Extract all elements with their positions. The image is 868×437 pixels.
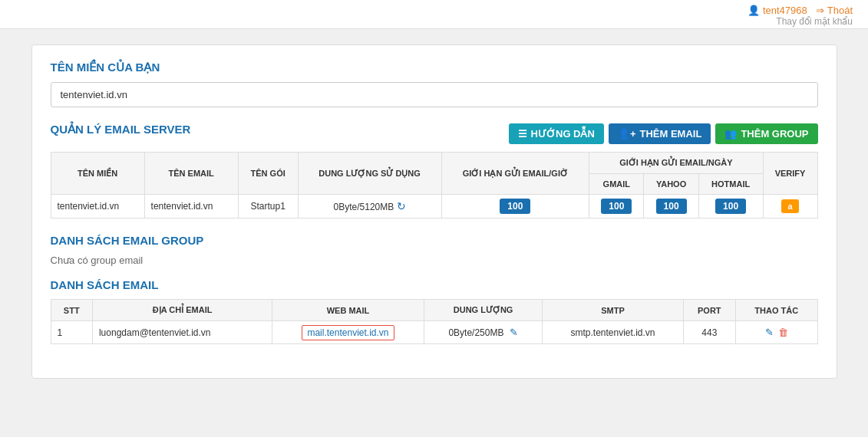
webmail-link[interactable]: mail.tentenviet.id.vn — [302, 325, 394, 340]
email-server-header: QUẢN LÝ EMAIL SERVER ☰ HƯỚNG DẪN 👤+ THÊM… — [51, 123, 818, 144]
action-buttons: ☰ HƯỚNG DẪN 👤+ THÊM EMAIL 👥 THÊM GROUP — [509, 123, 818, 144]
main-container: TÊN MIỀN CỦA BẠN tentenviet.id.vn QUẢN L… — [31, 44, 837, 379]
cell-dung-luong-email: 0Byte/250MB ✎ — [424, 321, 543, 344]
badge-hotmail: 100 — [715, 199, 746, 214]
add-group-button[interactable]: 👥 THÊM GROUP — [715, 123, 817, 144]
cell-ten-goi: Startup1 — [238, 195, 298, 219]
domain-value: tentenviet.id.vn — [51, 82, 818, 107]
col-gioi-han-ngay: GIỚI HẠN GỬI EMAIL/NGÀY — [589, 153, 763, 174]
guide-button[interactable]: ☰ HƯỚNG DẪN — [509, 123, 604, 144]
cell-web-mail: mail.tentenviet.id.vn — [272, 321, 424, 344]
add-group-button-label: THÊM GROUP — [741, 128, 808, 140]
email-list-row: 1 luongdam@tentenviet.id.vn mail.tentenv… — [51, 321, 817, 344]
col-port: PORT — [683, 300, 736, 321]
edit-storage-icon[interactable]: ✎ — [510, 327, 518, 338]
col-stt: STT — [51, 300, 92, 321]
col-ten-mien: TÊN MIỀN — [51, 153, 144, 195]
refresh-icon[interactable]: ↻ — [397, 200, 406, 212]
logout-link[interactable]: ⇒ Thoát — [816, 5, 853, 16]
email-server-table: TÊN MIỀN TÊN EMAIL TÊN GÓI DUNG LƯỢNG SỬ… — [51, 152, 818, 219]
col-yahoo: YAHOO — [644, 174, 698, 195]
cell-dia-chi-email: luongdam@tentenviet.id.vn — [92, 321, 272, 344]
cell-dung-luong: 0Byte/5120MB ↻ — [298, 195, 441, 219]
email-group-title: DANH SÁCH EMAIL GROUP — [51, 234, 818, 247]
col-hotmail: HOTMAIL — [698, 174, 763, 195]
cell-hotmail: 100 — [698, 195, 763, 219]
dung-luong-value: 0Byte/5120MB — [334, 202, 394, 212]
cell-thao-tac: ✎ 🗑 — [736, 321, 817, 344]
cell-port: 443 — [683, 321, 736, 344]
delete-icon[interactable]: 🗑 — [778, 327, 788, 338]
cell-stt: 1 — [51, 321, 92, 344]
col-dung-luong-list: DUNG LƯỢNG — [424, 300, 543, 321]
action-icons: ✎ 🗑 — [765, 327, 788, 338]
edit-icon[interactable]: ✎ — [765, 327, 774, 338]
table-row: tentenviet.id.vn tentenviet.id.vn Startu… — [51, 195, 817, 219]
badge-yahoo: 100 — [656, 199, 687, 214]
add-email-button[interactable]: 👤+ THÊM EMAIL — [609, 123, 711, 144]
cell-gmail: 100 — [589, 195, 644, 219]
col-dia-chi: ĐỊA CHỈ EMAIL — [92, 300, 272, 321]
col-verify: VERIFY — [763, 153, 817, 195]
cell-smtp: smtp.tentenviet.id.vn — [543, 321, 683, 344]
col-smtp: SMTP — [543, 300, 683, 321]
domain-section: TÊN MIỀN CỦA BẠN tentenviet.id.vn — [51, 61, 818, 107]
dung-luong-email-value: 0Byte/250MB — [448, 327, 503, 338]
cell-gioi-han-gio: 100 — [441, 195, 589, 219]
col-ten-email: TÊN EMAIL — [144, 153, 238, 195]
cell-verify: a — [763, 195, 817, 219]
top-bar: 👤 tent47968 ⇒ Thoát Thay đổi mật khẩu — [0, 0, 868, 29]
col-dung-luong: DUNG LƯỢNG SỬ DỤNG — [298, 153, 441, 195]
col-web-mail: WEB MAIL — [272, 300, 424, 321]
add-email-button-label: THÊM EMAIL — [639, 128, 701, 140]
email-group-section: DANH SÁCH EMAIL GROUP Chưa có group emai… — [51, 234, 818, 266]
cell-ten-email: tentenviet.id.vn — [144, 195, 238, 219]
user-plus-icon: 👤+ — [618, 128, 636, 140]
cell-yahoo: 100 — [644, 195, 698, 219]
email-list-table: STT ĐỊA CHỈ EMAIL WEB MAIL DUNG LƯỢNG SM… — [51, 299, 818, 344]
username: tent47968 — [763, 5, 807, 16]
email-server-title: QUẢN LÝ EMAIL SERVER — [51, 123, 191, 136]
guide-button-label: HƯỚNG DẪN — [531, 128, 595, 140]
col-ten-goi: TÊN GÓI — [238, 153, 298, 195]
domain-section-title: TÊN MIỀN CỦA BẠN — [51, 61, 818, 74]
book-icon: ☰ — [518, 128, 527, 140]
col-thao-tac: THAO TÁC — [736, 300, 817, 321]
email-server-section: QUẢN LÝ EMAIL SERVER ☰ HƯỚNG DẪN 👤+ THÊM… — [51, 123, 818, 219]
group-icon: 👥 — [724, 128, 737, 140]
email-list-section: DANH SÁCH EMAIL STT ĐỊA CHỈ EMAIL WEB MA… — [51, 278, 818, 344]
col-gioi-han-gio: GIỚI HẠN GỬI EMAIL/GIỜ — [441, 153, 589, 195]
no-group-message: Chưa có group email — [51, 255, 818, 266]
email-list-title: DANH SÁCH EMAIL — [51, 278, 818, 291]
col-gmail: GMAIL — [589, 174, 644, 195]
amazon-icon[interactable]: a — [781, 199, 798, 213]
badge-gio: 100 — [500, 199, 530, 214]
change-password-link[interactable]: Thay đổi mật khẩu — [15, 16, 853, 27]
badge-gmail: 100 — [601, 199, 632, 214]
user-info: 👤 tent47968 — [748, 5, 810, 16]
cell-ten-mien: tentenviet.id.vn — [51, 195, 144, 219]
